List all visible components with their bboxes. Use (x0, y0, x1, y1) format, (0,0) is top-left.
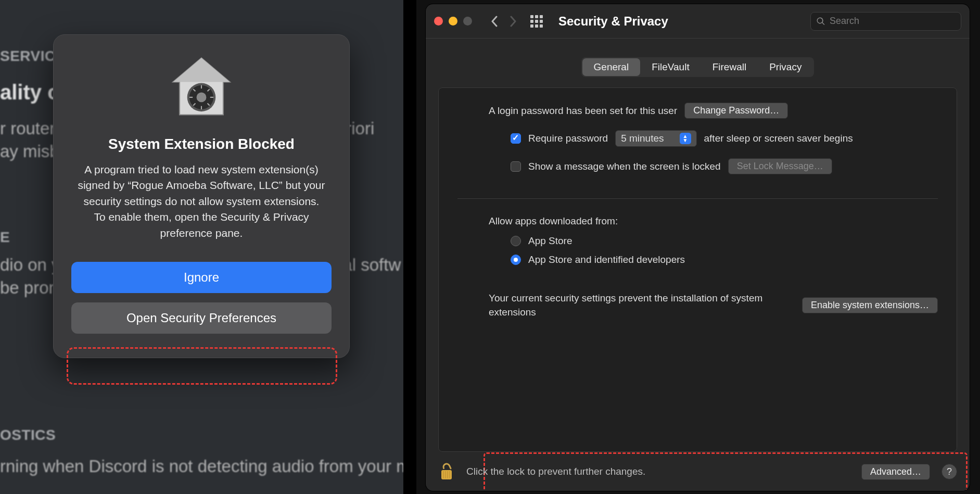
svg-rect-13 (441, 470, 452, 479)
system-extension-blocked-dialog: System Extension Blocked A program tried… (53, 34, 350, 358)
after-sleep-label: after sleep or screen saver begins (704, 133, 853, 144)
password-delay-select[interactable]: 5 minutes ▲▼ (615, 130, 696, 147)
window-footer: Click the lock to prevent further change… (438, 462, 957, 482)
divider (457, 198, 938, 199)
lock-footer-message: Click the lock to prevent further change… (466, 466, 645, 477)
appstore-label: App Store (528, 235, 572, 247)
window-toolbar: Security & Privacy (426, 4, 970, 39)
tab-general[interactable]: General (582, 58, 641, 76)
bg-heading: E (0, 229, 10, 246)
change-password-button[interactable]: Change Password… (684, 103, 788, 119)
dialog-title: System Extension Blocked (68, 136, 335, 153)
appstore-radio[interactable] (511, 236, 521, 246)
lock-icon[interactable] (438, 462, 455, 482)
security-preferences-icon (169, 55, 234, 120)
security-privacy-window: Security & Privacy General FileVault Fir… (426, 4, 970, 491)
allow-apps-label: Allow apps downloaded from: (489, 216, 618, 227)
require-password-checkbox[interactable] (511, 133, 521, 144)
ignore-button[interactable]: Ignore (71, 262, 332, 293)
zoom-window-button (463, 17, 472, 26)
appstore-identified-radio[interactable] (511, 255, 521, 265)
appstore-identified-label: App Store and identified developers (528, 254, 685, 265)
password-delay-value: 5 minutes (621, 133, 664, 144)
window-controls (434, 17, 472, 26)
chevron-right-icon (509, 16, 517, 27)
show-all-prefs-button[interactable] (530, 15, 543, 28)
tab-bar: General FileVault Firewall Privacy (581, 57, 814, 77)
system-preferences-backdrop: Security & Privacy General FileVault Fir… (416, 0, 980, 494)
show-lock-message-label: Show a message when the screen is locked (528, 161, 721, 172)
tab-privacy[interactable]: Privacy (758, 58, 813, 76)
search-field[interactable] (810, 12, 961, 31)
minimize-window-button[interactable] (449, 17, 457, 26)
extension-blocked-message: Your current security settings prevent t… (489, 292, 780, 319)
search-input[interactable] (830, 16, 956, 27)
advanced-button[interactable]: Advanced… (861, 464, 930, 480)
updown-chevron-icon: ▲▼ (680, 133, 691, 144)
svg-point-4 (197, 92, 207, 102)
discord-background: SERVICE ality of S r router t gh priori … (0, 0, 403, 494)
set-lock-message-button: Set Lock Message… (728, 158, 832, 174)
bg-heading: OSTICS (0, 427, 56, 444)
search-icon (816, 17, 825, 26)
dialog-body: A program tried to load new system exten… (78, 162, 325, 241)
tab-firewall[interactable]: Firewall (701, 58, 758, 76)
bg-fragment: rning when Discord is not detecting audi… (0, 457, 403, 476)
open-security-prefs-button[interactable]: Open Security Preferences (71, 302, 332, 334)
back-button[interactable] (489, 16, 500, 27)
login-password-label: A login password has been set for this u… (489, 105, 677, 117)
tab-filevault[interactable]: FileVault (640, 58, 701, 76)
bg-fragment: dio on y (0, 255, 60, 275)
enable-system-extensions-button[interactable]: Enable system extensions… (802, 297, 938, 313)
require-password-label: Require password (528, 133, 608, 144)
forward-button (507, 16, 519, 27)
pane-content: General FileVault Firewall Privacy A log… (426, 39, 970, 452)
svg-marker-1 (173, 58, 230, 82)
window-title: Security & Privacy (558, 14, 668, 29)
close-window-button[interactable] (434, 17, 443, 26)
chevron-left-icon (490, 16, 499, 27)
general-pane: A login password has been set for this u… (438, 87, 957, 452)
help-button[interactable]: ? (941, 464, 957, 479)
show-lock-message-checkbox[interactable] (511, 161, 521, 172)
